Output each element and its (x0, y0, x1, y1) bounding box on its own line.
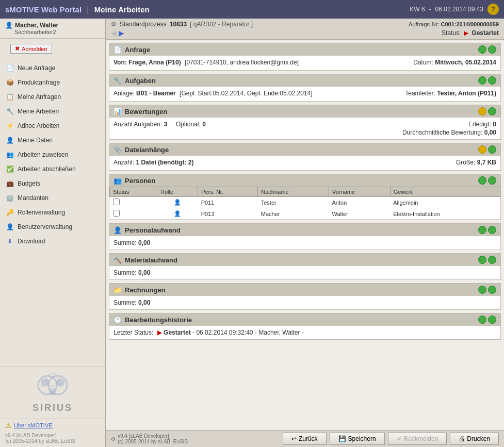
header-datetime: KW 6 - 06.02.2014 09:43 ? (410, 4, 499, 15)
arbeiten-zuweisen-icon: 👥 (5, 150, 14, 159)
sidebar-item-adhoc-arbeiten[interactable]: ⚡ Adhoc Arbeiten (0, 119, 105, 133)
rollenverwaltung-icon: 🔑 (5, 208, 14, 217)
page-title: Meine Arbeiten (94, 5, 150, 14)
dateianhange-btn-2[interactable] (488, 145, 496, 154)
meine-anfragen-icon: 📋 (5, 92, 14, 102)
bottom-bar: ⚙ v9.4 [sLAB Developer] (c) 2005-2014 by… (106, 430, 504, 447)
bewertungen-icon: 📊 (113, 108, 122, 115)
help-button[interactable]: ? (487, 4, 499, 15)
materialaufwand-btn-1[interactable] (478, 256, 486, 264)
section-bewertungen-header: 📊 Bewertungen (109, 105, 500, 118)
app-title: sMOTIVE Web Portal (5, 5, 82, 14)
table-row: 👤 P011 Tester Anton Allgemein (110, 197, 500, 208)
bewertungen-btn-2[interactable] (488, 107, 496, 115)
sidebar-item-mandanten[interactable]: 🏢 Mandanten (0, 191, 105, 205)
sirius-label: SIRIUS (32, 403, 73, 413)
rechnungen-btn-2[interactable] (488, 286, 496, 294)
section-materialaufwand-header: 🔨 Materialaufwand (109, 254, 500, 266)
order-info: Auftrags-Nr: C001:2014/000000059 (409, 21, 499, 27)
sidebar-item-rollenverwaltung[interactable]: 🔑 Rollenverwaltung (0, 205, 105, 220)
bearbeitungshistorie-btn-1[interactable] (478, 316, 486, 324)
sidebar-item-arbeiten-zuweisen[interactable]: 👥 Arbeiten zuweisen (0, 147, 105, 162)
dateianhange-btn-1[interactable] (478, 145, 486, 154)
sidebar: 👤 Macher, Walter Sachbearbeiter2 ✖ Abmel… (0, 19, 106, 447)
row-checkbox[interactable] (113, 198, 120, 205)
section-personalaufwand-header: 👤 Personalaufwand (109, 224, 500, 236)
action-buttons: ↩ Zurück 💾 Speichern ✔ Rückmelden 🖨 Druc… (283, 433, 499, 445)
drucken-icon: 🖨 (459, 435, 465, 442)
col-gewerk: Gewerk (390, 187, 500, 197)
status-line: Status: ▶ Gestartet (442, 29, 499, 37)
user-info: 👤 Macher, Walter Sachbearbeiter2 (0, 19, 105, 39)
materialaufwand-btn-2[interactable] (488, 256, 496, 264)
next-arrow[interactable]: ▶ (119, 29, 124, 37)
adhoc-arbeiten-icon: ⚡ (5, 121, 14, 130)
section-materialaufwand: 🔨 Materialaufwand Summe: 0,00 (109, 253, 501, 280)
row-checkbox[interactable] (113, 210, 120, 217)
anfrage-icon: 📄 (113, 46, 122, 54)
sidebar-item-benutzerverwaltung[interactable]: 👤 Benutzerverwaltung (0, 220, 105, 234)
rueckmelden-button[interactable]: ✔ Rückmelden (388, 433, 447, 445)
section-dateianhange-header: 📎 Dateianhänge (109, 143, 500, 156)
aufgaben-btn-2[interactable] (488, 76, 496, 85)
sidebar-item-produktanfrage[interactable]: 📦 Produktanfrage (0, 75, 105, 90)
sidebar-item-budgets[interactable]: 💼 Budgets (0, 176, 105, 191)
neue-anfrage-icon: 📄 (5, 63, 14, 73)
svg-point-4 (56, 378, 64, 387)
speichern-button[interactable]: 💾 Speichern (330, 433, 385, 445)
sirius-logo (32, 372, 73, 401)
zurueck-icon: ↩ (291, 435, 297, 442)
dateianhange-icon: 📎 (113, 146, 122, 154)
aufgaben-btn-1[interactable] (478, 76, 486, 85)
col-rolle: Rolle (157, 187, 198, 197)
section-bearbeitungshistorie-header: 🕐 Bearbeitungshistorie (109, 313, 500, 326)
sidebar-item-meine-arbeiten[interactable]: 🔧 Meine Arbeiten (0, 104, 105, 119)
abmelden-button[interactable]: ✖ Abmelden (10, 44, 52, 54)
mandanten-icon: 🏢 (5, 193, 14, 203)
personalaufwand-icon: 👤 (113, 226, 122, 234)
anfrage-btn-1[interactable] (478, 45, 486, 54)
speichern-icon: 💾 (338, 435, 346, 442)
personen-btn-2[interactable] (488, 176, 496, 185)
section-rechnungen-header: 📁 Rechnungen (109, 284, 500, 296)
meine-arbeiten-icon: 🔧 (5, 107, 14, 116)
personen-btn-1[interactable] (478, 176, 486, 185)
table-row: 👤 P013 Macher Walter Elektro-Installatio… (110, 208, 500, 220)
content-area: ⚙ Standardprozess 10833 [ qARB02 - Repar… (106, 19, 504, 447)
budgets-icon: 💼 (5, 179, 14, 188)
section-personen: 👥 Personen Status (109, 174, 501, 220)
anfrage-btn-2[interactable] (488, 45, 496, 54)
user-role: Sachbearbeiter2 (14, 29, 100, 35)
personalaufwand-btn-2[interactable] (488, 226, 496, 234)
section-aufgaben-header: 🔧 Aufgaben (109, 74, 500, 87)
sidebar-item-arbeiten-abschliessen[interactable]: ✅ Arbeiten abschließen (0, 162, 105, 176)
section-bearbeitungshistorie: 🕐 Bearbeitungshistorie Letzter Status: ▶… (109, 313, 501, 340)
personalaufwand-btn-1[interactable] (478, 226, 486, 234)
svg-point-3 (41, 378, 49, 387)
sidebar-item-meine-anfragen[interactable]: 📋 Meine Anfragen (0, 90, 105, 104)
drucken-button[interactable]: 🖨 Drucken (450, 433, 499, 445)
sidebar-item-neue-anfrage[interactable]: 📄 Neue Anfrage (0, 61, 105, 75)
bewertungen-btn-1[interactable] (478, 107, 486, 115)
bearbeitungshistorie-btn-2[interactable] (488, 316, 496, 324)
download-icon: ⬇ (5, 237, 14, 246)
process-info: ⚙ Standardprozess 10833 [ qARB02 - Repar… (111, 21, 253, 28)
section-anfrage-header: 📄 Anfrage (109, 43, 500, 56)
sidebar-nav: 📄 Neue Anfrage 📦 Produktanfrage 📋 Meine … (0, 59, 105, 367)
rechnungen-btn-1[interactable] (478, 286, 486, 294)
zurueck-button[interactable]: ↩ Zurück (283, 433, 327, 445)
section-rechnungen: 📁 Rechnungen Summe: 0,00 (109, 283, 501, 310)
prev-arrow[interactable]: ◀ (111, 29, 117, 37)
meine-daten-icon: 👤 (5, 136, 14, 145)
col-nachname: Nachname (258, 187, 329, 197)
version-info: ⚙ v9.4 [sLAB Developer] (c) 2005-2014 by… (111, 433, 188, 444)
personen-table: Status Rolle Pers. Nr. Nachname Vorname … (109, 187, 500, 220)
section-aufgaben: 🔧 Aufgaben Anlage: B01 - Beamer [Gepl. S… (109, 74, 501, 102)
navigation-arrows: ◀ ▶ (111, 29, 124, 37)
sidebar-item-download[interactable]: ⬇ Download (0, 234, 105, 249)
arbeiten-abschliessen-icon: ✅ (5, 164, 14, 174)
col-vorname: Vorname (329, 187, 391, 197)
content-header: ⚙ Standardprozess 10833 [ qARB02 - Repar… (106, 19, 504, 40)
benutzerverwaltung-icon: 👤 (5, 222, 14, 231)
sidebar-item-meine-daten[interactable]: 👤 Meine Daten (0, 133, 105, 147)
